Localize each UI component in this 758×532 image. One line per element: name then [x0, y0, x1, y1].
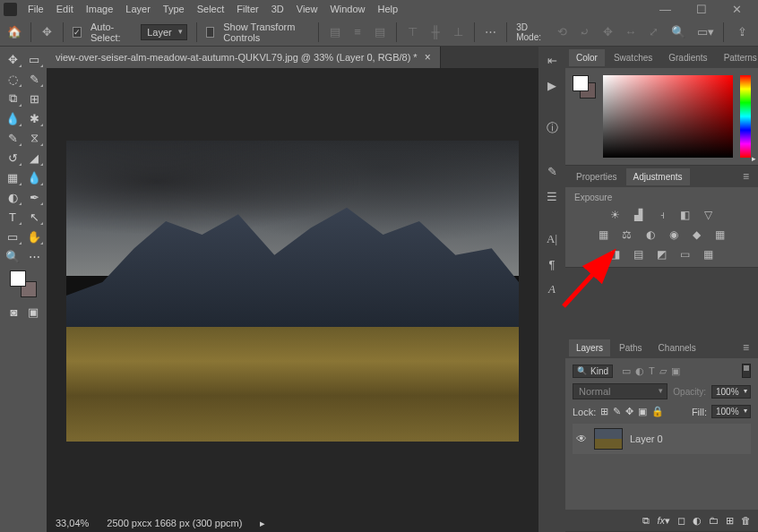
vibrance-icon[interactable]: ▽	[701, 208, 717, 222]
menu-image[interactable]: Image	[81, 2, 119, 16]
blend-mode-select[interactable]: Normal	[573, 383, 668, 399]
color-balance-icon[interactable]: ⚖	[619, 227, 635, 242]
layer-mask-icon[interactable]: ◻	[677, 515, 685, 527]
window-close[interactable]: ✕	[727, 1, 747, 18]
move-tool-icon[interactable]: ✥	[40, 24, 54, 40]
brushsettings-panel-icon[interactable]: ☰	[544, 188, 560, 204]
menu-file[interactable]: File	[22, 2, 49, 16]
show-transform-checkbox[interactable]	[206, 27, 215, 38]
filter-toggle[interactable]	[742, 364, 751, 378]
panel-menu-icon[interactable]: ≡	[737, 170, 754, 183]
hue-slider[interactable]	[740, 75, 751, 158]
menu-help[interactable]: Help	[373, 2, 404, 16]
document-tab[interactable]: view-over-seiser-alm-meadow-at-autumn-QU…	[47, 47, 441, 68]
arrange-docs-icon[interactable]: ▭▾	[696, 24, 714, 40]
3d-scale-icon[interactable]: ⤢	[646, 24, 659, 40]
tab-swatches[interactable]: Swatches	[607, 49, 659, 66]
levels-icon[interactable]: ▟	[631, 208, 647, 222]
align-left-icon[interactable]: ▤	[328, 24, 341, 40]
gradient-map-icon[interactable]: ▭	[677, 247, 693, 262]
exposure-icon[interactable]: ◧	[677, 208, 693, 222]
3d-pan-icon[interactable]: ✥	[601, 24, 615, 40]
lock-image-icon[interactable]: ✎	[613, 406, 621, 417]
history-panel-icon[interactable]: ▶	[544, 77, 560, 93]
lock-all-icon[interactable]: 🔒	[651, 406, 664, 417]
3d-slide-icon[interactable]: ↔	[624, 24, 637, 40]
3d-orbit-icon[interactable]: ⟲	[556, 24, 569, 40]
paragraph-panel-icon[interactable]: ¶	[544, 256, 560, 272]
path-select-tool[interactable]: ↖	[24, 208, 44, 226]
curves-icon[interactable]: ⫞	[654, 208, 670, 222]
more-align-icon[interactable]: ⋯	[484, 24, 497, 40]
color-picker-field[interactable]	[603, 75, 733, 158]
auto-select-checkbox[interactable]: ✓	[73, 27, 82, 38]
rectangle-tool[interactable]: ▭	[3, 227, 22, 245]
layer-filter-kind[interactable]: Kind	[573, 365, 613, 378]
hand-tool[interactable]: ✋	[24, 227, 44, 245]
layer-item[interactable]: 👁 Layer 0	[573, 424, 751, 454]
new-group-icon[interactable]: 🗀	[709, 515, 719, 526]
eyedropper-tool[interactable]: 💧	[3, 109, 22, 127]
layer-style-icon[interactable]: fx▾	[657, 515, 670, 527]
tab-channels[interactable]: Channels	[651, 339, 703, 356]
lock-transparent-icon[interactable]: ⊞	[600, 406, 608, 417]
home-icon[interactable]: 🏠	[7, 24, 22, 40]
menu-layer[interactable]: Layer	[120, 2, 156, 16]
color-lookup-icon[interactable]: ▦	[712, 227, 728, 242]
tab-paths[interactable]: Paths	[612, 339, 650, 356]
lasso-tool[interactable]: ◌	[3, 70, 22, 88]
brightness-contrast-icon[interactable]: ☀	[607, 208, 624, 222]
document-canvas[interactable]	[66, 141, 519, 442]
delete-layer-icon[interactable]: 🗑	[741, 515, 751, 526]
tab-patterns[interactable]: Patterns	[717, 49, 758, 66]
info-panel-icon[interactable]: ⓘ	[544, 120, 560, 136]
pen-tool[interactable]: ✒	[24, 188, 44, 206]
tab-color[interactable]: Color	[569, 49, 605, 66]
new-adjustment-icon[interactable]: ◐	[693, 515, 702, 527]
brush-tool[interactable]: ✎	[3, 129, 22, 147]
tab-gradients[interactable]: Gradients	[661, 49, 714, 66]
doc-dimensions[interactable]: 2500 pxcx 1668 px (300 ppcm)	[107, 518, 242, 528]
artboard-tool[interactable]: ▭	[24, 50, 44, 68]
healing-tool[interactable]: ✱	[24, 109, 44, 127]
clone-tool[interactable]: ⧖	[24, 129, 44, 147]
menu-type[interactable]: Type	[158, 2, 190, 16]
brush-panel-icon[interactable]: ✎	[544, 163, 560, 179]
align-top-icon[interactable]: ⊤	[406, 24, 419, 40]
menu-edit[interactable]: Edit	[51, 2, 79, 16]
eraser-tool[interactable]: ◢	[24, 149, 44, 167]
align-center-v-icon[interactable]: ╫	[428, 24, 442, 40]
invert-icon[interactable]: ◨	[607, 247, 624, 262]
close-tab-icon[interactable]: ×	[425, 51, 431, 64]
new-layer-icon[interactable]: ⊞	[726, 515, 734, 527]
photo-filter-icon[interactable]: ◉	[666, 227, 682, 242]
crop-tool[interactable]: ⧉	[3, 90, 22, 107]
move-tool[interactable]: ✥	[3, 50, 22, 68]
filter-shape-icon[interactable]: ▱	[659, 365, 667, 377]
canvas-viewport[interactable]	[47, 68, 538, 514]
history-brush-tool[interactable]: ↺	[3, 149, 22, 167]
screenmode-icon[interactable]: ▣	[25, 305, 41, 319]
share-icon[interactable]: ⇪	[733, 24, 751, 40]
character-panel-icon[interactable]: A|	[544, 231, 560, 247]
panel-color-swatches[interactable]	[573, 75, 596, 99]
tab-layers[interactable]: Layers	[569, 339, 610, 356]
color-swatches[interactable]	[10, 270, 37, 297]
black-white-icon[interactable]: ◐	[642, 227, 659, 242]
window-minimize[interactable]: —	[654, 1, 676, 18]
search-icon[interactable]: 🔍	[669, 24, 687, 40]
expand-panels-icon[interactable]: ⇤	[544, 52, 560, 68]
opacity-value[interactable]: 100%	[711, 385, 751, 399]
selective-color-icon[interactable]: ▦	[701, 247, 717, 262]
gradient-tool[interactable]: ▦	[3, 168, 22, 186]
link-layers-icon[interactable]: ⧉	[642, 515, 650, 527]
menu-3d[interactable]: 3D	[266, 2, 289, 16]
menu-select[interactable]: Select	[192, 2, 230, 16]
tab-adjustments[interactable]: Adjustments	[626, 168, 690, 185]
zoom-tool[interactable]: 🔍	[3, 247, 22, 265]
visibility-icon[interactable]: 👁	[576, 433, 587, 445]
type-tool[interactable]: T	[3, 208, 22, 226]
quick-select-tool[interactable]: ✎	[24, 70, 44, 88]
panel-menu-icon[interactable]: ≡	[737, 341, 754, 354]
filter-smart-icon[interactable]: ▣	[671, 365, 680, 377]
